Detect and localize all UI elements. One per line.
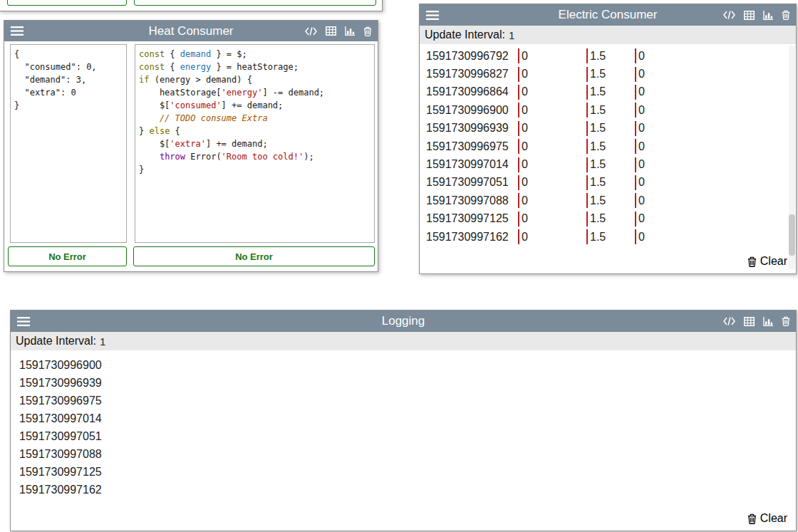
trash-icon <box>747 256 757 267</box>
scrollbar-track[interactable] <box>789 46 795 269</box>
log-cell: 0 <box>518 229 586 244</box>
log-cell: 0 <box>635 85 786 100</box>
trash-icon[interactable] <box>782 10 790 20</box>
log-cell: 0 <box>518 103 586 118</box>
log-cell: 1591730997162 <box>425 229 518 244</box>
log-cell: 0 <box>518 121 586 136</box>
trash-icon[interactable] <box>782 316 790 326</box>
log-cell: 0 <box>518 67 586 82</box>
code-line: // TODO consume Extra <box>139 112 370 125</box>
log-cell: 1.5 <box>586 85 635 100</box>
update-interval-value[interactable]: 1 <box>100 335 105 348</box>
code-line: heatStorage['energy'] -= demand; <box>139 86 370 99</box>
table-view-icon[interactable] <box>744 317 755 326</box>
heat-consumer-panel: Heat Consumer { "consumed": 0, "demand":… <box>4 20 378 272</box>
log-entry: 1591730997088 <box>19 445 782 463</box>
log-cell: 0 <box>635 157 786 172</box>
panel-header: Logging <box>11 311 796 332</box>
code-line: throw Error('Room too cold!'); <box>139 150 370 163</box>
trash-icon[interactable] <box>363 26 372 36</box>
log-cell: 0 <box>635 139 786 154</box>
chart-view-icon[interactable] <box>763 317 773 326</box>
drag-handle-icon[interactable] <box>17 317 30 326</box>
log-cell: 1.5 <box>586 212 635 226</box>
log-cell: 0 <box>518 193 586 208</box>
update-interval-value[interactable]: 1 <box>509 29 514 41</box>
log-row: 159173099679201.50 <box>425 47 786 65</box>
chart-view-icon[interactable] <box>763 11 773 20</box>
code-line: } <box>139 163 370 176</box>
scrollbar-thumb[interactable] <box>789 214 795 256</box>
log-cell: 0 <box>518 175 586 190</box>
log-cell: 0 <box>635 212 786 226</box>
log-row: 159173099697501.50 <box>425 137 786 155</box>
json-line: } <box>14 99 123 112</box>
log-cell: 1591730997051 <box>425 175 518 190</box>
log-entry: 1591730997162 <box>19 481 782 499</box>
log-cell: 0 <box>518 157 586 172</box>
drag-handle-icon[interactable] <box>11 26 24 36</box>
panel-title: Logging <box>11 311 796 332</box>
code-status-button[interactable]: No Error <box>133 246 375 266</box>
log-entry: 1591730996975 <box>19 392 782 410</box>
log-cell: 0 <box>635 103 786 118</box>
status-label: No Error <box>237 0 274 1</box>
clear-button[interactable]: Clear <box>747 512 787 525</box>
log-row: 159173099686401.50 <box>425 83 786 101</box>
table-view-icon[interactable] <box>326 26 336 36</box>
log-cell: 1591730997088 <box>425 193 518 208</box>
status-button[interactable]: No Error <box>7 0 127 6</box>
log-cell: 0 <box>635 193 786 208</box>
logging-panel: Logging Update Interval: 1 1591730996900… <box>10 310 797 531</box>
code-line: if (energy > demand) { <box>139 73 370 86</box>
log-cell: 1.5 <box>586 193 635 208</box>
code-line: const { energy } = heatStorage; <box>139 61 370 73</box>
json-line: "extra": 0 <box>14 86 123 99</box>
log-cell: 1.5 <box>586 48 635 63</box>
log-entry: 1591730997125 <box>19 463 782 481</box>
clear-button[interactable]: Clear <box>747 255 787 268</box>
chart-view-icon[interactable] <box>345 26 355 36</box>
log-row: 159173099693901.50 <box>425 120 786 137</box>
log-row: 159173099712501.50 <box>425 210 786 228</box>
logging-list: 1591730996900159173099693915917309969751… <box>19 356 782 499</box>
table-view-icon[interactable] <box>744 11 755 20</box>
state-status-button[interactable]: No Error <box>8 246 127 266</box>
log-cell: 1591730996827 <box>425 67 518 82</box>
log-cell: 1.5 <box>586 139 635 154</box>
log-row: 159173099682701.50 <box>425 65 786 83</box>
log-cell: 0 <box>635 229 786 244</box>
electric-log-table: 159173099679201.50159173099682701.501591… <box>425 47 786 246</box>
log-cell: 0 <box>635 121 786 136</box>
status-label: No Error <box>235 251 273 262</box>
log-row: 159173099690001.50 <box>425 101 786 119</box>
code-line: $['consumed'] += demand; <box>139 99 370 112</box>
clear-label: Clear <box>760 512 787 525</box>
code-line: } else { <box>139 125 370 137</box>
panel-header: Heat Consumer <box>4 21 378 41</box>
log-cell: 1591730997125 <box>425 212 518 226</box>
status-button[interactable]: No Error <box>134 0 376 6</box>
code-view-icon[interactable] <box>723 317 735 325</box>
update-interval-row: Update Interval: 1 <box>420 26 796 44</box>
panel-header: Electric Consumer <box>420 4 796 26</box>
log-cell: 0 <box>635 67 786 82</box>
log-row: 159173099701401.50 <box>425 155 786 173</box>
status-label: No Error <box>48 0 86 1</box>
log-row: 159173099705101.50 <box>425 174 786 192</box>
status-label: No Error <box>48 251 86 262</box>
code-view-icon[interactable] <box>723 11 735 19</box>
code-editor[interactable]: const { demand } = $;const { energy } = … <box>135 44 375 243</box>
log-cell: 0 <box>518 48 586 63</box>
log-entry: 1591730997014 <box>19 410 782 427</box>
drag-handle-icon[interactable] <box>426 11 439 20</box>
log-cell: 1.5 <box>586 121 635 136</box>
electric-consumer-panel: Electric Consumer Update Interval: 1 159… <box>419 4 797 274</box>
log-cell: 1591730996939 <box>425 121 518 136</box>
code-view-icon[interactable] <box>305 27 317 36</box>
log-cell: 1.5 <box>586 103 635 118</box>
log-cell: 0 <box>518 212 586 226</box>
state-json-editor[interactable]: { "consumed": 0, "demand": 3, "extra": 0… <box>10 44 127 243</box>
log-cell: 1.5 <box>586 229 635 244</box>
log-entry: 1591730996900 <box>19 356 782 374</box>
